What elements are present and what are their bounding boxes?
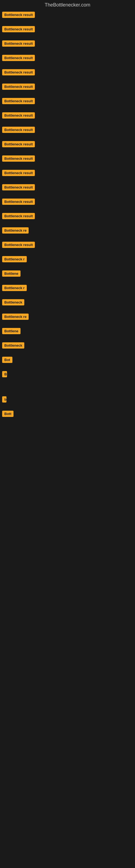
bottleneck-badge[interactable]: Bottleneck r <box>2 256 27 262</box>
list-item[interactable]: Bottleneck re <box>2 314 135 320</box>
list-item[interactable]: Bottleneck result <box>2 98 135 104</box>
list-item[interactable]: b <box>2 396 135 403</box>
bottleneck-badge[interactable]: Bottleneck result <box>2 112 35 119</box>
site-title: TheBottlenecker.com <box>0 0 135 10</box>
bottleneck-section <box>0 445 135 456</box>
bottleneck-section <box>0 384 135 395</box>
list-item[interactable]: Bottleneck result <box>2 242 135 248</box>
list-item[interactable]: Bottleneck result <box>2 127 135 133</box>
bottleneck-section: Bottleneck <box>0 341 135 355</box>
bottleneck-badge[interactable]: b <box>2 396 6 403</box>
list-item[interactable]: Bottleneck result <box>2 84 135 90</box>
list-item[interactable]: Bottleneck <box>2 299 135 305</box>
bottleneck-section: Bottleneck result <box>0 168 135 183</box>
bottleneck-badge[interactable]: Bot <box>2 357 12 363</box>
list-item[interactable]: Bottleneck result <box>2 155 135 162</box>
list-item[interactable]: Bot <box>2 357 135 363</box>
bottleneck-section: Bottleneck result <box>0 140 135 154</box>
bottleneck-badge[interactable]: Bottleneck result <box>2 55 35 61</box>
bottleneck-badge[interactable]: Bottleneck re <box>2 227 29 234</box>
bottleneck-section: Bottleneck result <box>0 67 135 82</box>
bottleneck-badge[interactable]: Bottleneck result <box>2 213 35 219</box>
bottleneck-section: Bottleneck result <box>0 10 135 24</box>
bottleneck-section: Bot <box>0 355 135 369</box>
list-item[interactable]: Bottleneck result <box>2 12 135 18</box>
bottleneck-badge[interactable]: Bottleneck result <box>2 40 35 46</box>
bottleneck-section: b <box>0 395 135 409</box>
list-item[interactable]: Bottleneck result <box>2 55 135 61</box>
bottleneck-section <box>0 456 135 467</box>
bottleneck-badge[interactable]: Bottleneck result <box>2 184 35 190</box>
bottleneck-section: Bottleneck result <box>0 24 135 39</box>
bottleneck-section: Bottleneck result <box>0 111 135 125</box>
bottleneck-badge[interactable]: Bottleneck result <box>2 98 35 104</box>
list-item[interactable]: Bottlene <box>2 328 135 334</box>
list-item[interactable]: Bottleneck result <box>2 40 135 46</box>
list-item[interactable]: Bottleneck r <box>2 256 135 262</box>
list-item[interactable]: B <box>2 371 135 377</box>
bottleneck-badge[interactable]: Bottleneck re <box>2 314 29 320</box>
bottleneck-section: Bottleneck r <box>0 254 135 269</box>
list-item[interactable]: Bottleneck <box>2 342 135 348</box>
bottleneck-section: Bottleneck result <box>0 82 135 96</box>
bottleneck-section: Bottleneck result <box>0 154 135 168</box>
bottleneck-badge[interactable]: Bottleneck <box>2 342 24 348</box>
bottleneck-section <box>0 467 135 478</box>
bottleneck-badge[interactable]: Bottleneck result <box>2 170 35 176</box>
bottleneck-section: Bottleneck <box>0 298 135 312</box>
bottleneck-section: Bottleneck result <box>0 96 135 111</box>
list-item[interactable]: Bottleneck re <box>2 227 135 234</box>
bottleneck-badge[interactable]: Bottlene <box>2 328 20 334</box>
list-item[interactable]: Bottleneck result <box>2 141 135 147</box>
bottleneck-badge[interactable]: Bottleneck result <box>2 155 35 162</box>
bottleneck-badge[interactable]: B <box>2 371 7 377</box>
bottleneck-section: Bottlene <box>0 326 135 341</box>
list-item[interactable]: Bottleneck result <box>2 69 135 75</box>
bottleneck-section: Bottleneck result <box>0 240 135 254</box>
bottleneck-section: Bottleneck r <box>0 283 135 298</box>
bottleneck-section: Bottleneck result <box>0 125 135 140</box>
bottleneck-section: Bott <box>0 409 135 424</box>
bottleneck-badge[interactable]: Bottleneck result <box>2 26 35 32</box>
bottleneck-section: Bottleneck result <box>0 53 135 67</box>
bottleneck-section: Bottleneck result <box>0 197 135 211</box>
bottleneck-badge[interactable]: Bottleneck result <box>2 242 35 248</box>
bottleneck-badge[interactable]: Bottleneck r <box>2 285 27 291</box>
list-item[interactable]: Bottleneck result <box>2 184 135 190</box>
bottleneck-badge[interactable]: Bottlene <box>2 271 20 277</box>
list-item[interactable]: Bottleneck result <box>2 170 135 176</box>
list-item[interactable]: Bottleneck result <box>2 198 135 205</box>
bottleneck-section: Bottleneck re <box>0 312 135 326</box>
bottleneck-badge[interactable]: Bott <box>2 411 13 417</box>
bottleneck-section: Bottlene <box>0 269 135 283</box>
bottleneck-section: Bottleneck re <box>0 226 135 240</box>
bottleneck-section <box>0 424 135 434</box>
bottleneck-badge[interactable]: Bottleneck result <box>2 69 35 75</box>
bottleneck-section: B <box>0 369 135 384</box>
bottleneck-section: Bottleneck result <box>0 183 135 197</box>
bottleneck-badge[interactable]: Bottleneck result <box>2 198 35 205</box>
bottleneck-badge[interactable]: Bottleneck result <box>2 141 35 147</box>
bottleneck-badge[interactable]: Bottleneck result <box>2 12 35 18</box>
list-item[interactable]: Bottleneck r <box>2 285 135 291</box>
list-item[interactable]: Bott <box>2 411 135 417</box>
bottleneck-section: Bottleneck result <box>0 39 135 53</box>
bottleneck-section <box>0 434 135 445</box>
list-item[interactable]: Bottleneck result <box>2 26 135 32</box>
bottleneck-badge[interactable]: Bottleneck <box>2 299 24 305</box>
bottleneck-badge[interactable]: Bottleneck result <box>2 84 35 90</box>
list-item[interactable]: Bottleneck result <box>2 213 135 219</box>
bottleneck-section: Bottleneck result <box>0 211 135 226</box>
list-item[interactable]: Bottlene <box>2 271 135 277</box>
page-container: TheBottlenecker.com Bottleneck resultBot… <box>0 0 135 478</box>
bottleneck-badge[interactable]: Bottleneck result <box>2 127 35 133</box>
list-item[interactable]: Bottleneck result <box>2 112 135 119</box>
